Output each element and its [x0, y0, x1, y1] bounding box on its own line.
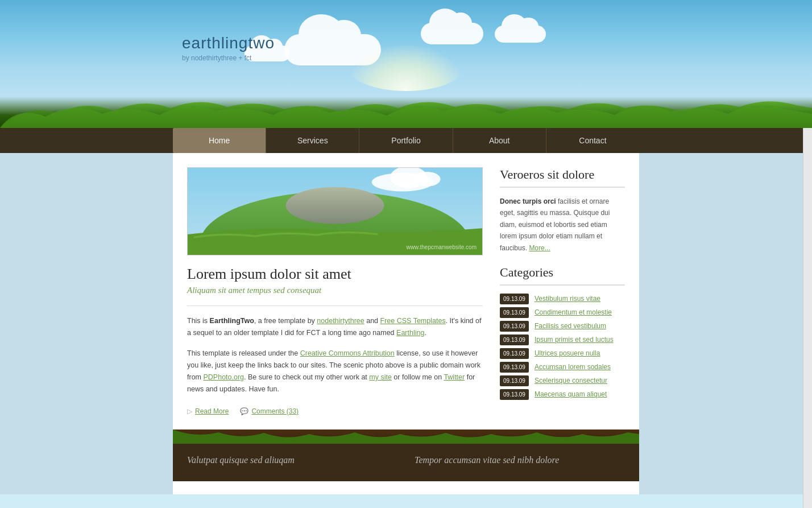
nav-item-services[interactable]: Services	[266, 128, 359, 153]
post-footer-readmore: ▷ Read More	[187, 407, 229, 415]
category-item: 09.13.09Ultrices posuere nulla	[500, 348, 625, 359]
content-area: www.thepcmanwebsite.com Lorem ipsum dolo…	[173, 153, 639, 429]
svg-point-3	[413, 172, 440, 187]
tag-icon: ▷	[187, 407, 192, 415]
sun-glow	[349, 46, 463, 91]
link-pdphoto[interactable]: PDPhoto.org	[203, 373, 244, 381]
cloud-2	[421, 23, 483, 44]
footer-col2-title: Tempor accumsan vitae sed nibh dolore	[415, 455, 625, 465]
post-footer: ▷ Read More 💬 Comments (33)	[187, 407, 483, 415]
post-body: This is EarthlingTwo, a free template by…	[187, 315, 483, 396]
page-footer: Valutpat quisque sed aliuqam Tempor accu…	[173, 444, 639, 481]
nav-bar: Home Services Portfolio About Contact	[173, 128, 639, 153]
sidebar-more-link[interactable]: More...	[529, 244, 550, 252]
category-link-6[interactable]: Scelerisque consectetur	[535, 377, 607, 385]
footer-grass-svg	[173, 429, 639, 444]
image-watermark: www.thepcmanwebsite.com	[407, 244, 477, 250]
grass-area	[0, 97, 812, 128]
categories-list: 09.13.09Vestibulum risus vitae09.13.09Co…	[500, 294, 625, 400]
link-twitter[interactable]: Twitter	[444, 373, 465, 381]
footer-col1-title: Valutpat quisque sed aliuqam	[187, 455, 397, 465]
sidebar: Veroeros sit dolore Donec turpis orci fa…	[500, 167, 625, 415]
category-item: 09.13.09Condimentum et molestie	[500, 307, 625, 318]
site-subtitle: by nodethirtythree + fct	[182, 54, 275, 62]
category-date-3: 09.13.09	[500, 334, 529, 345]
category-link-2[interactable]: Facilisis sed vestibulum	[535, 322, 606, 330]
site-title: earthlingtwo	[182, 34, 275, 52]
nav-item-home[interactable]: Home	[173, 128, 266, 153]
sidebar-widget-title: Veroeros sit dolore	[500, 167, 625, 182]
sidebar-body-text: facilisis et ornare eget, sagittis eu ma…	[500, 197, 610, 252]
comments-link[interactable]: Comments (33)	[251, 407, 299, 415]
nav-item-contact[interactable]: Contact	[546, 128, 639, 153]
category-link-7[interactable]: Maecenas quam aliquet	[535, 390, 607, 398]
post-subtitle: Aliquam sit amet tempus sed consequat	[187, 286, 483, 295]
category-date-7: 09.13.09	[500, 389, 529, 400]
footer-grass-bar	[173, 429, 639, 444]
post-image: www.thepcmanwebsite.com	[187, 167, 483, 255]
nav-item-portfolio[interactable]: Portfolio	[359, 128, 453, 153]
navigation: Home Services Portfolio About Contact	[0, 128, 812, 153]
post-image-svg	[188, 168, 482, 255]
post-footer-comments: 💬 Comments (33)	[240, 407, 299, 415]
page-outer: www.thepcmanwebsite.com Lorem ipsum dolo…	[0, 153, 812, 494]
sidebar-bold-text: Donec turpis orci	[500, 197, 556, 205]
grass-svg	[0, 97, 812, 128]
sidebar-divider-1	[500, 187, 625, 188]
link-earthling[interactable]: Earthling	[396, 329, 424, 337]
category-date-0: 09.13.09	[500, 294, 529, 304]
category-link-0[interactable]: Vestibulum risus vitae	[535, 295, 600, 303]
category-date-1: 09.13.09	[500, 307, 529, 318]
read-more-link[interactable]: Read More	[195, 407, 229, 415]
link-nodethirtythree[interactable]: nodethirtythree	[317, 317, 364, 325]
category-item: 09.13.09Accumsan lorem sodales	[500, 362, 625, 373]
nav-item-about[interactable]: About	[453, 128, 546, 153]
link-ccattribution[interactable]: Creative Commons Attribution	[300, 349, 395, 357]
category-item: 09.13.09Ipsum primis et sed luctus	[500, 334, 625, 345]
category-item: 09.13.09Facilisis sed vestibulum	[500, 321, 625, 332]
cloud-3	[495, 26, 546, 43]
category-item: 09.13.09Scelerisque consectetur	[500, 375, 625, 386]
category-item: 09.13.09Maecenas quam aliquet	[500, 389, 625, 400]
category-link-5[interactable]: Accumsan lorem sodales	[535, 363, 611, 371]
svg-point-5	[286, 187, 384, 224]
link-mysite[interactable]: my site	[369, 373, 392, 381]
category-date-5: 09.13.09	[500, 362, 529, 373]
category-date-4: 09.13.09	[500, 348, 529, 359]
categories-title: Categories	[500, 265, 625, 280]
post-divider	[187, 305, 483, 306]
comment-icon: 💬	[240, 407, 248, 415]
category-date-6: 09.13.09	[500, 375, 529, 386]
main-content: www.thepcmanwebsite.com Lorem ipsum dolo…	[187, 167, 483, 415]
page-wrapper: www.thepcmanwebsite.com Lorem ipsum dolo…	[173, 153, 639, 494]
category-link-4[interactable]: Ultrices posuere nulla	[535, 349, 600, 357]
site-title-area: earthlingtwo by nodethirtythree + fct	[182, 34, 275, 62]
post-title: Lorem ipsum dolor sit amet	[187, 266, 483, 283]
footer-col-1: Valutpat quisque sed aliuqam	[187, 455, 397, 470]
link-freecss[interactable]: Free CSS Templates	[380, 317, 446, 325]
category-link-3[interactable]: Ipsum primis et sed luctus	[535, 336, 614, 344]
post-paragraph-1: This is EarthlingTwo, a free template by…	[187, 315, 483, 340]
footer-col-2: Tempor accumsan vitae sed nibh dolore	[415, 455, 625, 470]
category-date-2: 09.13.09	[500, 321, 529, 332]
sidebar-divider-2	[500, 284, 625, 286]
post-brand: EarthlingTwo	[210, 317, 254, 325]
category-item: 09.13.09Vestibulum risus vitae	[500, 294, 625, 304]
category-link-1[interactable]: Condimentum et molestie	[535, 308, 612, 316]
sidebar-widget-body: Donec turpis orci facilisis et ornare eg…	[500, 196, 625, 254]
post-paragraph-2: This template is released under the Crea…	[187, 348, 483, 396]
